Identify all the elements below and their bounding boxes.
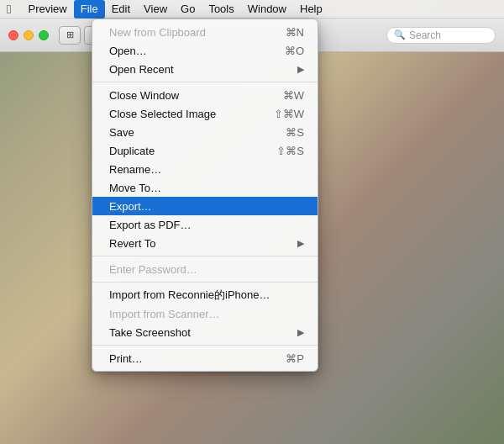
sidebar-toggle[interactable]: ⊞ (59, 26, 81, 45)
menubar-window[interactable]: Window (241, 0, 293, 18)
menu-new-clipboard-shortcut: ⌘N (286, 26, 304, 39)
menu-print[interactable]: Print… ⌘P (92, 349, 318, 367)
traffic-lights (8, 30, 49, 40)
menu-take-screenshot-label: Take Screenshot (109, 326, 191, 339)
menu-import-iphone[interactable]: Import from Reconnie的iPhone… (92, 286, 318, 304)
menu-duplicate-shortcut: ⇧⌘S (276, 145, 304, 157)
menubar-tools[interactable]: Tools (202, 0, 240, 18)
separator-1 (92, 82, 318, 82)
menu-import-iphone-label: Import from Reconnie的iPhone… (109, 288, 270, 303)
menu-open-recent-label: Open Recent (109, 63, 174, 76)
menu-duplicate-label: Duplicate (109, 145, 155, 157)
menu-print-shortcut: ⌘P (286, 352, 304, 365)
maximize-button[interactable] (39, 30, 49, 40)
menu-export[interactable]: Export… (92, 197, 318, 215)
menubar-edit[interactable]: Edit (105, 0, 137, 18)
menu-revert-to-arrow: ▶ (297, 238, 304, 249)
menubar-help[interactable]: Help (293, 0, 329, 18)
menu-rename[interactable]: Rename… (92, 160, 318, 178)
menu-duplicate[interactable]: Duplicate ⇧⌘S (92, 141, 318, 160)
menu-close-window-label: Close Window (109, 89, 179, 102)
menu-take-screenshot[interactable]: Take Screenshot ▶ (92, 323, 318, 341)
menubar-file[interactable]: File (74, 0, 105, 18)
menu-close-selected-label: Close Selected Image (109, 108, 216, 120)
menubar-go[interactable]: Go (174, 0, 202, 18)
search-icon: 🔍 (394, 29, 406, 40)
menubar-view[interactable]: View (137, 0, 174, 18)
separator-4 (92, 345, 318, 346)
menu-close-selected[interactable]: Close Selected Image ⇧⌘W (92, 104, 318, 123)
search-placeholder: Search (409, 29, 441, 41)
menu-revert-to[interactable]: Revert To ▶ (92, 234, 318, 252)
file-dropdown-menu: New from Clipboard ⌘N Open… ⌘O Open Rece… (92, 18, 318, 372)
menu-open-recent-arrow: ▶ (297, 64, 304, 75)
menu-export-pdf-label: Export as PDF… (109, 219, 192, 231)
menu-enter-password[interactable]: Enter Password… (92, 260, 318, 278)
menu-enter-password-label: Enter Password… (109, 263, 197, 276)
menu-close-window[interactable]: Close Window ⌘W (92, 86, 318, 104)
menu-new-clipboard[interactable]: New from Clipboard ⌘N (92, 23, 318, 41)
menu-close-window-shortcut: ⌘W (283, 89, 304, 102)
menu-open[interactable]: Open… ⌘O (92, 41, 318, 60)
separator-3 (92, 282, 318, 283)
menu-save-label: Save (109, 126, 134, 139)
close-button[interactable] (8, 30, 18, 40)
menu-save-shortcut: ⌘S (286, 126, 304, 139)
separator-2 (92, 256, 318, 256)
menu-new-clipboard-label: New from Clipboard (109, 26, 206, 39)
menu-move-to[interactable]: Move To… (92, 178, 318, 197)
menu-open-shortcut: ⌘O (285, 45, 304, 57)
menu-open-recent[interactable]: Open Recent ▶ (92, 60, 318, 78)
menu-export-label: Export… (109, 200, 152, 213)
menu-revert-to-label: Revert To (109, 237, 155, 250)
menu-export-pdf[interactable]: Export as PDF… (92, 215, 318, 234)
minimize-button[interactable] (24, 30, 34, 40)
menu-take-screenshot-arrow: ▶ (297, 327, 304, 338)
menu-open-label: Open… (109, 45, 147, 57)
menu-move-to-label: Move To… (109, 182, 161, 194)
search-box[interactable]: 🔍 Search (386, 27, 496, 44)
apple-menu-icon[interactable]:  (7, 2, 11, 16)
sidebar-icon: ⊞ (66, 29, 74, 40)
menu-close-selected-shortcut: ⇧⌘W (274, 108, 304, 120)
menu-save[interactable]: Save ⌘S (92, 123, 318, 141)
menu-import-scanner-label: Import from Scanner… (109, 308, 220, 320)
menu-rename-label: Rename… (109, 163, 161, 176)
menubar:  Preview File Edit View Go Tools Window… (0, 0, 504, 18)
menu-import-scanner[interactable]: Import from Scanner… (92, 304, 318, 323)
menubar-preview[interactable]: Preview (21, 0, 73, 18)
menu-print-label: Print… (109, 352, 143, 365)
